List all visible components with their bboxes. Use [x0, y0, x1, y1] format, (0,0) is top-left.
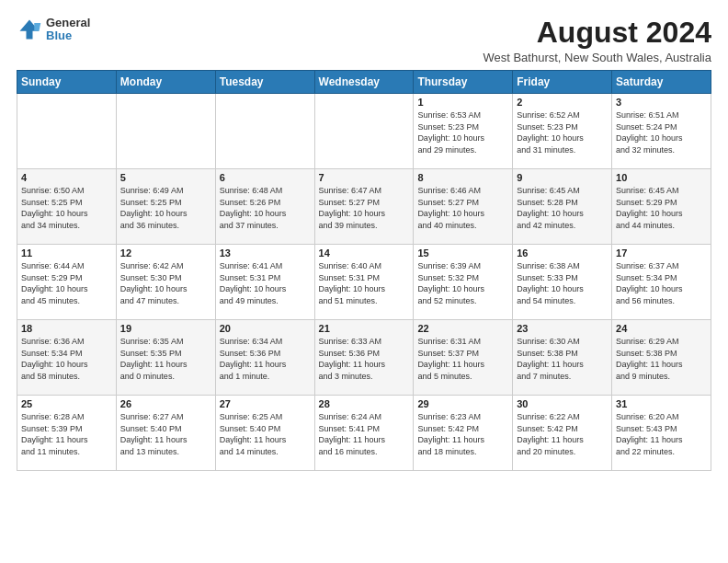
day-info: Sunrise: 6:39 AM Sunset: 5:32 PM Dayligh…: [417, 260, 508, 306]
header: General Blue August 2024 West Bathurst, …: [17, 17, 711, 64]
calendar-cell: 29Sunrise: 6:23 AM Sunset: 5:42 PM Dayli…: [414, 396, 513, 471]
calendar-cell: 15Sunrise: 6:39 AM Sunset: 5:32 PM Dayli…: [414, 245, 513, 320]
logo-blue-text: Blue: [46, 29, 90, 42]
calendar-cell: 5Sunrise: 6:49 AM Sunset: 5:25 PM Daylig…: [116, 169, 215, 245]
calendar-cell: [314, 94, 414, 169]
calendar-cell: 23Sunrise: 6:30 AM Sunset: 5:38 PM Dayli…: [513, 320, 612, 396]
day-number: 31: [616, 398, 707, 409]
day-info: Sunrise: 6:23 AM Sunset: 5:42 PM Dayligh…: [417, 411, 508, 457]
day-number: 20: [220, 323, 311, 334]
calendar-cell: 11Sunrise: 6:44 AM Sunset: 5:29 PM Dayli…: [17, 245, 117, 320]
day-number: 9: [517, 172, 608, 183]
day-info: Sunrise: 6:41 AM Sunset: 5:31 PM Dayligh…: [220, 260, 311, 306]
day-number: 6: [220, 172, 311, 183]
day-number: 2: [517, 97, 608, 108]
day-number: 10: [616, 172, 707, 183]
day-number: 30: [517, 398, 608, 409]
calendar-cell: 14Sunrise: 6:40 AM Sunset: 5:31 PM Dayli…: [314, 245, 414, 320]
calendar-cell: 16Sunrise: 6:38 AM Sunset: 5:33 PM Dayli…: [513, 245, 612, 320]
day-info: Sunrise: 6:25 AM Sunset: 5:40 PM Dayligh…: [220, 411, 311, 457]
day-number: 1: [417, 97, 508, 108]
day-info: Sunrise: 6:48 AM Sunset: 5:26 PM Dayligh…: [220, 185, 311, 231]
day-number: 3: [616, 97, 707, 108]
day-info: Sunrise: 6:34 AM Sunset: 5:36 PM Dayligh…: [220, 336, 311, 382]
day-number: 8: [417, 172, 508, 183]
calendar-table: SundayMondayTuesdayWednesdayThursdayFrid…: [17, 70, 711, 471]
calendar-cell: 18Sunrise: 6:36 AM Sunset: 5:34 PM Dayli…: [17, 320, 117, 396]
calendar-day-header: Saturday: [612, 71, 711, 94]
day-info: Sunrise: 6:51 AM Sunset: 5:24 PM Dayligh…: [616, 109, 707, 155]
calendar-cell: 31Sunrise: 6:20 AM Sunset: 5:43 PM Dayli…: [612, 396, 711, 471]
calendar-cell: 13Sunrise: 6:41 AM Sunset: 5:31 PM Dayli…: [215, 245, 314, 320]
calendar-day-header: Monday: [116, 71, 215, 94]
day-info: Sunrise: 6:47 AM Sunset: 5:27 PM Dayligh…: [319, 185, 410, 231]
calendar-cell: 30Sunrise: 6:22 AM Sunset: 5:42 PM Dayli…: [513, 396, 612, 471]
calendar-week-row: 4Sunrise: 6:50 AM Sunset: 5:25 PM Daylig…: [17, 169, 711, 245]
calendar-week-row: 18Sunrise: 6:36 AM Sunset: 5:34 PM Dayli…: [17, 320, 711, 396]
day-info: Sunrise: 6:38 AM Sunset: 5:33 PM Dayligh…: [517, 260, 608, 306]
calendar-cell: 27Sunrise: 6:25 AM Sunset: 5:40 PM Dayli…: [215, 396, 314, 471]
day-number: 28: [319, 398, 410, 409]
day-info: Sunrise: 6:53 AM Sunset: 5:23 PM Dayligh…: [417, 109, 508, 155]
title-block: August 2024 West Bathurst, New South Wal…: [483, 17, 711, 64]
day-info: Sunrise: 6:45 AM Sunset: 5:29 PM Dayligh…: [616, 185, 707, 231]
calendar-day-header: Wednesday: [314, 71, 414, 94]
calendar-header-row: SundayMondayTuesdayWednesdayThursdayFrid…: [17, 71, 711, 94]
calendar-cell: 20Sunrise: 6:34 AM Sunset: 5:36 PM Dayli…: [215, 320, 314, 396]
day-info: Sunrise: 6:20 AM Sunset: 5:43 PM Dayligh…: [616, 411, 707, 457]
calendar-cell: 12Sunrise: 6:42 AM Sunset: 5:30 PM Dayli…: [116, 245, 215, 320]
calendar-cell: 17Sunrise: 6:37 AM Sunset: 5:34 PM Dayli…: [612, 245, 711, 320]
calendar-cell: 2Sunrise: 6:52 AM Sunset: 5:23 PM Daylig…: [513, 94, 612, 169]
calendar-cell: 6Sunrise: 6:48 AM Sunset: 5:26 PM Daylig…: [215, 169, 314, 245]
calendar-cell: 8Sunrise: 6:46 AM Sunset: 5:27 PM Daylig…: [414, 169, 513, 245]
day-info: Sunrise: 6:50 AM Sunset: 5:25 PM Dayligh…: [21, 185, 112, 231]
day-number: 4: [21, 172, 112, 183]
logo: General Blue: [17, 17, 90, 43]
day-number: 19: [120, 323, 211, 334]
logo-icon: [17, 17, 42, 42]
day-number: 17: [616, 247, 707, 259]
calendar-cell: 26Sunrise: 6:27 AM Sunset: 5:40 PM Dayli…: [116, 396, 215, 471]
day-info: Sunrise: 6:46 AM Sunset: 5:27 PM Dayligh…: [417, 185, 508, 231]
calendar-day-header: Tuesday: [215, 71, 314, 94]
calendar-cell: 4Sunrise: 6:50 AM Sunset: 5:25 PM Daylig…: [17, 169, 117, 245]
logo-text: General Blue: [46, 17, 90, 43]
logo-general-text: General: [46, 17, 90, 29]
day-info: Sunrise: 6:29 AM Sunset: 5:38 PM Dayligh…: [616, 336, 707, 382]
calendar-cell: 24Sunrise: 6:29 AM Sunset: 5:38 PM Dayli…: [612, 320, 711, 396]
day-info: Sunrise: 6:28 AM Sunset: 5:39 PM Dayligh…: [21, 411, 112, 457]
day-number: 5: [120, 172, 211, 183]
calendar-cell: 1Sunrise: 6:53 AM Sunset: 5:23 PM Daylig…: [414, 94, 513, 169]
location: West Bathurst, New South Wales, Australi…: [483, 51, 711, 64]
calendar-cell: 21Sunrise: 6:33 AM Sunset: 5:36 PM Dayli…: [314, 320, 414, 396]
day-info: Sunrise: 6:42 AM Sunset: 5:30 PM Dayligh…: [120, 260, 211, 306]
day-number: 25: [21, 398, 112, 409]
calendar-cell: 22Sunrise: 6:31 AM Sunset: 5:37 PM Dayli…: [414, 320, 513, 396]
calendar-day-header: Thursday: [414, 71, 513, 94]
day-info: Sunrise: 6:44 AM Sunset: 5:29 PM Dayligh…: [21, 260, 112, 306]
svg-marker-1: [34, 23, 40, 31]
day-number: 15: [417, 247, 508, 259]
calendar-day-header: Friday: [513, 71, 612, 94]
calendar-cell: 19Sunrise: 6:35 AM Sunset: 5:35 PM Dayli…: [116, 320, 215, 396]
day-number: 22: [417, 323, 508, 334]
day-number: 21: [319, 323, 410, 334]
day-info: Sunrise: 6:35 AM Sunset: 5:35 PM Dayligh…: [120, 336, 211, 382]
day-info: Sunrise: 6:22 AM Sunset: 5:42 PM Dayligh…: [517, 411, 608, 457]
page: General Blue August 2024 West Bathurst, …: [0, 0, 728, 563]
day-number: 18: [21, 323, 112, 334]
calendar-cell: [215, 94, 314, 169]
day-number: 23: [517, 323, 608, 334]
day-number: 11: [21, 247, 112, 259]
calendar-week-row: 25Sunrise: 6:28 AM Sunset: 5:39 PM Dayli…: [17, 396, 711, 471]
day-info: Sunrise: 6:24 AM Sunset: 5:41 PM Dayligh…: [319, 411, 410, 457]
calendar-cell: 7Sunrise: 6:47 AM Sunset: 5:27 PM Daylig…: [314, 169, 414, 245]
calendar-cell: 28Sunrise: 6:24 AM Sunset: 5:41 PM Dayli…: [314, 396, 414, 471]
day-info: Sunrise: 6:45 AM Sunset: 5:28 PM Dayligh…: [517, 185, 608, 231]
day-number: 26: [120, 398, 211, 409]
month-title: August 2024: [483, 17, 711, 49]
day-info: Sunrise: 6:49 AM Sunset: 5:25 PM Dayligh…: [120, 185, 211, 231]
calendar-day-header: Sunday: [17, 71, 117, 94]
calendar-week-row: 1Sunrise: 6:53 AM Sunset: 5:23 PM Daylig…: [17, 94, 711, 169]
calendar-week-row: 11Sunrise: 6:44 AM Sunset: 5:29 PM Dayli…: [17, 245, 711, 320]
